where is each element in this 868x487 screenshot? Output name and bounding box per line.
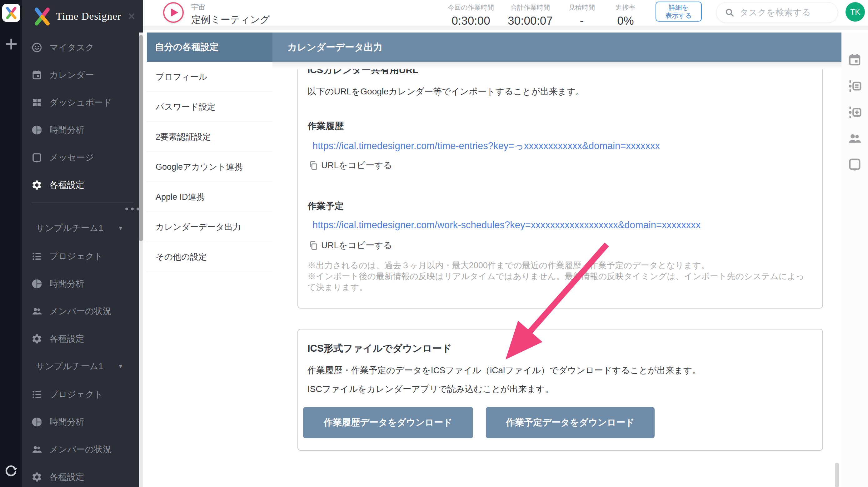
sidebar-item-time-analysis[interactable]: 時間分析 bbox=[22, 121, 143, 140]
smiley-icon bbox=[31, 42, 42, 53]
app-logo-badge[interactable] bbox=[2, 4, 20, 22]
calendar-panel-icon[interactable] bbox=[847, 53, 862, 67]
ics-download-card: ICS形式ファイルでダウンロード 作業履歴・作業予定のデータをICSファイル（i… bbox=[298, 329, 823, 451]
clipped-card-heading: ICSカレンダー共有用URL bbox=[307, 69, 589, 74]
add-workspace-icon[interactable] bbox=[4, 37, 19, 51]
settings-menu: プロフィール パスワード設定 2要素認証設定 Googleアカウント連携 App… bbox=[147, 62, 273, 487]
sidebar-divider bbox=[32, 203, 133, 203]
sidebar-item-team2-projects[interactable]: プロジェクト bbox=[22, 385, 143, 404]
sidebar-close-icon[interactable]: × bbox=[128, 10, 135, 22]
play-timer-button[interactable] bbox=[163, 2, 184, 23]
list-icon bbox=[31, 251, 42, 262]
sidebar-item-team2-time-analysis[interactable]: 時間分析 bbox=[22, 413, 143, 431]
settings-menu-header: 自分の各種設定 bbox=[147, 32, 273, 62]
app-x-logo-icon bbox=[4, 6, 18, 20]
time-designer-app: Time Designer × マイタスク カレンダー ダッシュボード 時間分析… bbox=[0, 0, 868, 487]
work-schedule-url-link[interactable]: https://ical.timedesigner.com/work-sched… bbox=[312, 219, 701, 231]
sidebar-item-dashboard[interactable]: ダッシュボード bbox=[22, 93, 143, 112]
settings-item-profile[interactable]: プロフィール bbox=[147, 62, 273, 92]
sidebar-item-team1-settings[interactable]: 各種設定 bbox=[22, 330, 143, 348]
settings-item-2fa[interactable]: 2要素認証設定 bbox=[147, 122, 273, 152]
settings-item-password[interactable]: パスワード設定 bbox=[147, 92, 273, 122]
ics-card-description-1: 作業履歴・作業予定のデータをICSファイル（iCalファイル）でダウンロードする… bbox=[307, 364, 701, 376]
work-schedule-label: 作業予定 bbox=[307, 200, 344, 213]
ics-card-description-2: ISCファイルをカレンダーアプリで読み込むことが出来ます。 bbox=[307, 383, 554, 395]
stat-estimated-time: 見積時間 - bbox=[558, 3, 605, 28]
download-work-history-button[interactable]: 作業履歴データをダウンロード bbox=[303, 407, 473, 438]
right-icon-rail bbox=[841, 32, 868, 487]
sidebar-item-team1-projects[interactable]: プロジェクト bbox=[22, 247, 143, 266]
stat-total-work-time: 合計作業時間 30:00:07 bbox=[502, 3, 558, 28]
copy-icon bbox=[308, 160, 319, 171]
sidebar-logo-row: Time Designer × bbox=[22, 0, 143, 32]
stat-current-work-time: 今回の作業時間 0:30:00 bbox=[443, 3, 499, 28]
message-panel-icon[interactable] bbox=[847, 157, 862, 172]
settings-item-apple-id[interactable]: Apple ID連携 bbox=[147, 182, 273, 212]
chevron-down-icon: ▼ bbox=[118, 225, 124, 232]
sidebar-item-settings[interactable]: 各種設定 bbox=[22, 176, 143, 194]
calendar-export-content: ICSカレンダー共有用URL 以下のURLをGoogleカレンダー等でインポート… bbox=[273, 62, 841, 487]
content-scrollbar[interactable] bbox=[835, 463, 839, 487]
calendar-icon bbox=[31, 69, 42, 81]
gear-icon bbox=[31, 471, 42, 483]
settings-item-google-account[interactable]: Googleアカウント連携 bbox=[147, 152, 273, 182]
current-task[interactable]: 宇宙 定例ミーティング bbox=[191, 2, 270, 26]
sidebar-item-messages[interactable]: メッセージ bbox=[22, 148, 143, 167]
timeline-notes-icon[interactable] bbox=[847, 79, 862, 93]
app-rail bbox=[0, 0, 22, 487]
sidebar-item-team1-members[interactable]: メンバーの状況 bbox=[22, 302, 143, 321]
sidebar-item-team1-time-analysis[interactable]: 時間分析 bbox=[22, 274, 143, 293]
search-icon bbox=[724, 7, 735, 18]
show-details-button[interactable]: 詳細を 表示する bbox=[655, 2, 702, 22]
ics-card-heading: ICS形式ファイルでダウンロード bbox=[307, 342, 452, 355]
sidebar-item-team2-members[interactable]: メンバーの状況 bbox=[22, 440, 143, 459]
work-history-url-link[interactable]: https://ical.timedesigner.com/time-entri… bbox=[312, 140, 660, 153]
settings-item-other[interactable]: その他の設定 bbox=[147, 242, 273, 272]
export-notes: ※出力されるのは、過去３ヶ月以内・最大2000件までの最近の作業履歴・作業予定の… bbox=[307, 260, 811, 293]
sidebar: Time Designer × マイタスク カレンダー ダッシュボード 時間分析… bbox=[22, 0, 143, 487]
gear-icon bbox=[31, 179, 42, 191]
brand-name: Time Designer bbox=[56, 11, 121, 22]
refresh-icon[interactable] bbox=[3, 464, 19, 479]
team-menu-ellipsis-icon[interactable] bbox=[125, 208, 140, 210]
pie-chart-icon bbox=[31, 124, 42, 136]
task-title: 定例ミーティング bbox=[191, 13, 270, 26]
people-icon bbox=[31, 306, 42, 317]
download-work-schedule-button[interactable]: 作業予定データをダウンロード bbox=[486, 407, 655, 438]
play-icon bbox=[170, 7, 179, 18]
topbar: 宇宙 定例ミーティング 今回の作業時間 0:30:00 合計作業時間 30:00… bbox=[143, 0, 868, 32]
brand-x-icon bbox=[32, 6, 52, 26]
task-category: 宇宙 bbox=[191, 2, 270, 12]
work-history-label: 作業履歴 bbox=[307, 120, 344, 132]
list-icon bbox=[31, 389, 42, 400]
settings-item-calendar-export[interactable]: カレンダーデータ出力 bbox=[147, 212, 273, 242]
copy-work-schedule-url-button[interactable]: URLをコピーする bbox=[308, 239, 392, 251]
timeline-add-icon[interactable] bbox=[847, 105, 862, 120]
pie-chart-icon bbox=[31, 278, 42, 290]
pie-chart-icon bbox=[31, 416, 42, 428]
scroll-shadow bbox=[273, 62, 841, 69]
team-selector-1[interactable]: サンプルチーム1 ▼ bbox=[36, 221, 130, 235]
chevron-down-icon: ▼ bbox=[118, 363, 124, 370]
sidebar-item-calendar[interactable]: カレンダー bbox=[22, 66, 143, 84]
page-title: カレンダーデータ出力 bbox=[273, 32, 841, 62]
team-selector-2[interactable]: サンプルチーム1 ▼ bbox=[36, 360, 130, 373]
sidebar-scrollbar[interactable] bbox=[139, 32, 143, 487]
user-avatar[interactable]: TK bbox=[845, 2, 865, 22]
url-card-intro: 以下のURLをGoogleカレンダー等でインポートすることが出来ます。 bbox=[307, 86, 584, 97]
search-input[interactable] bbox=[740, 7, 827, 18]
gear-icon bbox=[31, 333, 42, 344]
copy-icon bbox=[308, 240, 319, 251]
sidebar-item-my-tasks[interactable]: マイタスク bbox=[22, 38, 143, 57]
sidebar-item-team2-settings[interactable]: 各種設定 bbox=[22, 467, 143, 486]
task-search bbox=[716, 2, 838, 23]
members-panel-icon[interactable] bbox=[847, 131, 862, 146]
people-icon bbox=[31, 444, 42, 455]
copy-work-history-url-button[interactable]: URLをコピーする bbox=[308, 159, 392, 171]
stat-progress-rate: 進捗率 0% bbox=[605, 3, 646, 28]
dashboard-icon bbox=[31, 97, 42, 108]
message-icon bbox=[31, 152, 42, 163]
ical-url-card: ICSカレンダー共有用URL 以下のURLをGoogleカレンダー等でインポート… bbox=[298, 69, 823, 308]
